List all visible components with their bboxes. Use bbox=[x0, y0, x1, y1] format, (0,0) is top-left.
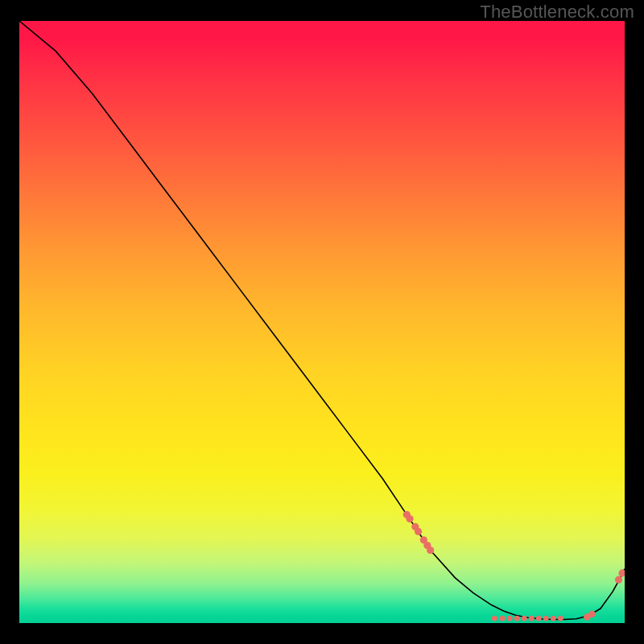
data-dot bbox=[536, 616, 542, 621]
chart-frame: TheBottleneck.com bbox=[0, 0, 644, 644]
data-dot bbox=[415, 528, 422, 535]
curve-group bbox=[19, 21, 625, 621]
data-dot bbox=[615, 576, 622, 584]
data-dot bbox=[406, 515, 413, 522]
data-dot bbox=[427, 547, 434, 554]
line-plot-svg bbox=[19, 21, 625, 623]
data-dot bbox=[492, 616, 497, 621]
data-dot bbox=[551, 616, 556, 621]
watermark-text: TheBottleneck.com bbox=[480, 2, 634, 23]
data-dot bbox=[514, 616, 520, 621]
curve-line bbox=[19, 21, 625, 620]
data-dot bbox=[500, 616, 506, 621]
data-dot bbox=[618, 569, 625, 576]
data-dot bbox=[558, 616, 564, 621]
data-dot bbox=[588, 611, 595, 617]
data-dots bbox=[403, 511, 625, 621]
data-dot bbox=[522, 616, 527, 621]
data-dot bbox=[529, 616, 535, 621]
data-dot bbox=[507, 616, 513, 621]
data-dot bbox=[543, 616, 549, 621]
